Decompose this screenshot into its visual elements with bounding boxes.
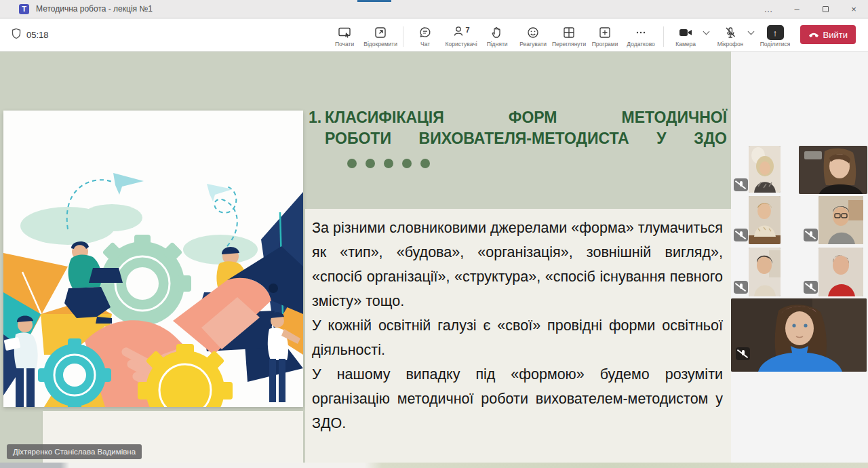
- react-button[interactable]: Реагувати: [515, 22, 551, 47]
- participant-video-tile[interactable]: [749, 196, 781, 244]
- apps-button[interactable]: Програми: [587, 22, 623, 47]
- slide-paragraph: За різними словниковими джерелами «форма…: [312, 216, 723, 313]
- ellipsis-icon: [634, 26, 648, 39]
- smiley-icon: [526, 26, 540, 39]
- meeting-toolbar: 05:18 Почати Відокремити: [0, 19, 868, 52]
- people-icon: [453, 24, 465, 41]
- camera-options-chevron-icon[interactable]: [703, 28, 709, 35]
- slide-bullet-dots: [347, 159, 430, 168]
- handshake-teamwork-illustration: [3, 111, 303, 407]
- active-participant-video-tile[interactable]: [731, 298, 867, 372]
- desktop-edge-sliver: [0, 463, 868, 468]
- participant-video-tile[interactable]: [749, 146, 781, 193]
- raise-hand-button[interactable]: Підняти: [479, 22, 515, 47]
- chat-icon: [418, 26, 432, 39]
- popout-button[interactable]: Відокремити: [363, 22, 399, 47]
- mic-muted-badge-icon: [734, 229, 748, 241]
- mic-muted-badge-icon: [804, 229, 818, 241]
- shared-presentation-slide: 1. КЛАСИФІКАЦІЯ ФОРМ МЕТОДИЧНОЇ РОБОТИ В…: [0, 52, 731, 463]
- teams-meeting-window: T Методична робота - лекція №1 … – × 05:…: [0, 0, 868, 468]
- mic-muted-icon: [724, 26, 737, 39]
- shield-icon: [11, 28, 22, 42]
- mic-muted-badge-icon: [736, 347, 750, 360]
- grid-view-icon: [562, 26, 576, 39]
- toolbar-divider: [663, 26, 664, 47]
- teams-logo-icon: T: [19, 4, 29, 14]
- slide-title-number: 1.: [309, 107, 321, 128]
- meeting-timer: 05:18: [11, 28, 49, 42]
- raised-hand-icon: [490, 26, 504, 39]
- mic-muted-badge-icon: [804, 281, 818, 294]
- window-titlebar: T Методична робота - лекція №1 … – ×: [0, 0, 868, 18]
- mic-muted-badge-icon: [734, 178, 748, 191]
- add-app-icon: [598, 26, 612, 39]
- chat-button[interactable]: Чат: [408, 22, 443, 47]
- start-presenting-button[interactable]: Почати: [327, 22, 363, 47]
- share-tray-icon: ↑: [767, 25, 784, 40]
- timer-value: 05:18: [26, 30, 49, 40]
- window-title: Методична робота - лекція №1: [36, 4, 153, 14]
- view-button[interactable]: Переглянути: [551, 22, 587, 47]
- meeting-stage: 1. КЛАСИФІКАЦІЯ ФОРМ МЕТОДИЧНОЇ РОБОТИ В…: [0, 52, 868, 463]
- window-more-button[interactable]: …: [754, 0, 783, 18]
- participant-count-badge: 7: [466, 26, 470, 34]
- share-button[interactable]: ↑ Поділитися: [757, 22, 793, 47]
- presenter-name-label: Діхтяренко Станіслава Вадимівна: [7, 444, 142, 459]
- mic-options-chevron-icon[interactable]: [747, 28, 754, 35]
- participant-video-tile[interactable]: [818, 248, 863, 296]
- camera-on-icon: [678, 26, 693, 39]
- leave-meeting-button[interactable]: Вийти: [800, 25, 856, 44]
- titlebar-accent-bar: [357, 0, 391, 2]
- more-actions-button[interactable]: Додатково: [623, 22, 659, 47]
- slide-paragraph: У нашому випадку під «формою» будемо роз…: [312, 362, 723, 435]
- slide-illustration: [3, 111, 303, 407]
- camera-button[interactable]: Камера: [668, 22, 704, 47]
- slide-paragraph: У кожній освітній галузі є «свої» провід…: [312, 313, 723, 362]
- participants-panel: [731, 52, 868, 463]
- toolbar-divider: [403, 26, 403, 47]
- window-maximize-button[interactable]: [811, 0, 840, 18]
- mic-muted-badge-icon: [734, 281, 748, 294]
- slide-body-text: За різними словниковими джерелами «форма…: [305, 209, 731, 463]
- microphone-button[interactable]: Мікрофон: [713, 22, 749, 47]
- participant-video-tile[interactable]: [799, 146, 867, 194]
- hangup-phone-icon: [808, 30, 819, 40]
- slide-title: 1. КЛАСИФІКАЦІЯ ФОРМ МЕТОДИЧНОЇ РОБОТИ В…: [309, 107, 727, 149]
- window-minimize-button[interactable]: –: [783, 0, 811, 18]
- window-close-button[interactable]: ×: [840, 0, 868, 18]
- participant-video-tile[interactable]: [749, 248, 781, 296]
- participant-video-tile[interactable]: [818, 196, 863, 244]
- present-screen-icon: [338, 26, 351, 39]
- participants-button[interactable]: 7 Користувачі: [443, 22, 479, 47]
- popout-icon: [374, 26, 387, 39]
